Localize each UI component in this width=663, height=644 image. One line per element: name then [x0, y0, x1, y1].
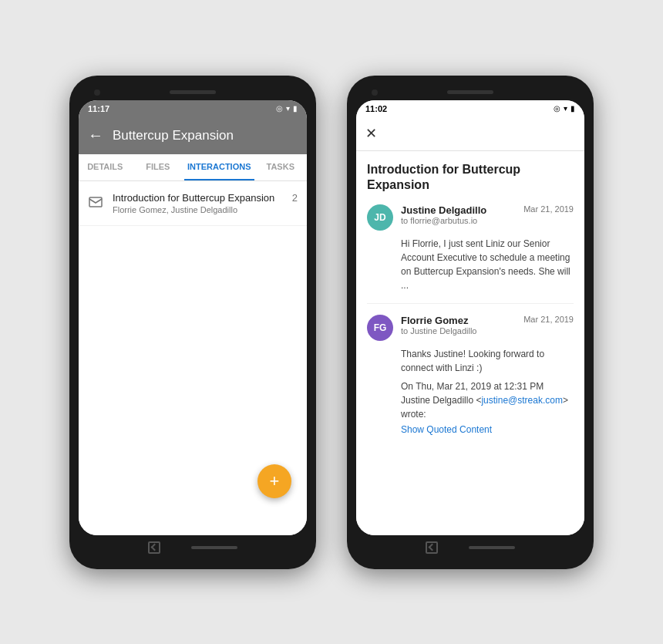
status-bar-right: 11:02 ◎ ▾ ▮	[356, 100, 584, 117]
phone-left: 11:17 ◎ ▾ ▮ ← Buttercup Expansion DETAIL…	[69, 76, 316, 569]
thread-body-1: Hi Florrie, I just sent Liniz our Senior…	[401, 237, 574, 292]
phone-right: 11:02 ◎ ▾ ▮ ✕ Introduction for Buttercup…	[347, 76, 594, 569]
svg-rect-0	[89, 197, 102, 207]
thread-date-2: Mar 21, 2019	[523, 315, 574, 324]
thread-sender-2: Florrie Gomez	[401, 315, 516, 326]
thread-item-1: JD Justine Delgadillo to florrie@arbutus…	[367, 204, 574, 304]
tab-tasks[interactable]: TASKS	[254, 154, 308, 180]
thread-meta-1: Justine Delgadillo to florrie@arbutus.io	[401, 204, 516, 225]
status-icons-left: ◎ ▾ ▮	[276, 104, 298, 113]
thread-sender-1: Justine Delgadillo	[401, 204, 516, 216]
app-bar-left: ← Buttercup Expansion	[79, 117, 307, 154]
thread-recipient-1: to florrie@arbutus.io	[401, 216, 516, 225]
avatar-jd: JD	[367, 204, 393, 231]
thread-header-1: JD Justine Delgadillo to florrie@arbutus…	[367, 204, 574, 231]
thread-recipient-2: to Justine Delgadillo	[401, 326, 516, 335]
avatar-initials-jd: JD	[374, 212, 385, 223]
tabs-left: DETAILS FILES INTERACTIONS TASKS	[79, 154, 307, 181]
chevron-right-icon	[428, 544, 436, 551]
email-content: Introduction for Buttercup Expansion Flo…	[113, 192, 283, 214]
phone-screen-left: 11:17 ◎ ▾ ▮ ← Buttercup Expansion DETAIL…	[79, 100, 307, 535]
show-quoted-button[interactable]: Show Quoted Content	[401, 424, 574, 435]
status-icons-right: ◎ ▾ ▮	[554, 104, 575, 113]
tab-details[interactable]: DETAILS	[79, 154, 132, 180]
avatar-fg: FG	[367, 315, 393, 341]
thread-item-2: FG Florrie Gomez to Justine Delgadillo M…	[367, 315, 574, 446]
thread-body-line1: Thanks Justine! Looking forward to conne…	[401, 347, 574, 375]
email-count: 2	[292, 192, 298, 204]
tab-files[interactable]: FILES	[132, 154, 185, 180]
camera-right	[372, 89, 378, 96]
home-bar-left[interactable]	[191, 546, 237, 549]
email-subject: Introduction for Buttercup Expansion	[113, 192, 283, 204]
thread-body-quoted: On Thu, Mar 21, 2019 at 12:31 PM Justine…	[401, 379, 574, 421]
rotation-icon: ◎	[276, 104, 283, 113]
thread-meta-2: Florrie Gomez to Justine Delgadillo	[401, 315, 516, 335]
phone-bottom-right	[356, 535, 584, 560]
home-bar-right[interactable]	[469, 546, 515, 549]
thread-header-2: FG Florrie Gomez to Justine Delgadillo M…	[367, 315, 574, 341]
phone-top-left	[79, 85, 307, 100]
status-bar-left: 11:17 ◎ ▾ ▮	[79, 100, 307, 117]
status-time-left: 11:17	[88, 104, 109, 113]
thread-body-2: Thanks Justine! Looking forward to conne…	[401, 347, 574, 421]
app-bar-title: Buttercup Expansion	[113, 128, 234, 143]
detail-content: Introduction for Buttercup Expansion JD …	[356, 151, 584, 535]
email-recipients: Florrie Gomez, Justine Delgadillo	[113, 205, 283, 214]
battery-icon: ▮	[293, 104, 298, 113]
speaker-left	[170, 90, 216, 94]
phone-bottom-left	[79, 535, 307, 560]
chevron-left-icon	[150, 544, 158, 551]
fab-plus-icon: +	[270, 473, 280, 490]
wifi-icon-right: ▾	[564, 104, 567, 113]
rotation-icon-right: ◎	[554, 104, 560, 113]
battery-icon-right: ▮	[570, 104, 575, 113]
back-button[interactable]: ←	[88, 126, 103, 144]
phone-top-right	[356, 85, 584, 100]
tab-interactions[interactable]: INTERACTIONS	[184, 154, 254, 180]
wifi-icon: ▾	[286, 104, 290, 113]
email-link[interactable]: justine@streak.com	[481, 395, 563, 406]
avatar-initials-fg: FG	[374, 322, 387, 333]
detail-title: Introduction for Buttercup Expansion	[367, 162, 574, 194]
email-list-item[interactable]: Introduction for Buttercup Expansion Flo…	[79, 181, 307, 226]
email-icon	[88, 194, 103, 209]
close-button[interactable]: ✕	[365, 125, 377, 142]
nav-back-left[interactable]	[148, 541, 160, 554]
speaker-right	[447, 90, 493, 94]
detail-bar: ✕	[356, 117, 584, 151]
status-time-right: 11:02	[365, 104, 387, 113]
phone-screen-right: 11:02 ◎ ▾ ▮ ✕ Introduction for Buttercup…	[356, 100, 584, 535]
camera-left	[94, 89, 100, 96]
thread-date-1: Mar 21, 2019	[523, 204, 574, 214]
nav-back-right[interactable]	[426, 541, 438, 554]
fab-button[interactable]: +	[257, 464, 291, 498]
